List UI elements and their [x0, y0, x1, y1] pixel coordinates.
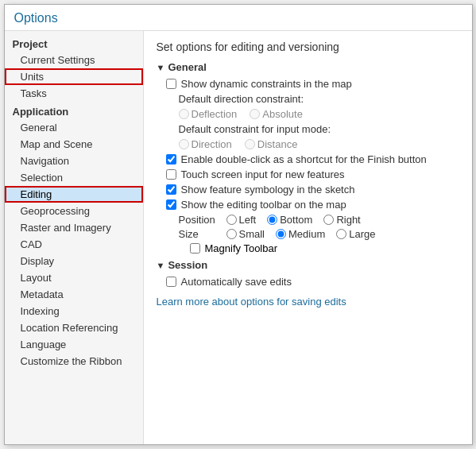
session-collapse-arrow: ▼	[157, 261, 165, 270]
general-section-label: General	[168, 61, 206, 73]
position-row: Position Left Bottom Right	[179, 214, 459, 226]
distance-option[interactable]: Distance	[245, 138, 298, 150]
position-bottom-label: Bottom	[280, 214, 312, 226]
deflection-radio[interactable]	[179, 109, 189, 119]
direction-label: Direction	[192, 138, 232, 150]
distance-radio[interactable]	[245, 139, 255, 149]
touch-screen-label: Touch screen input for new features	[181, 168, 345, 180]
sidebar-item-customize-ribbon[interactable]: Customize the Ribbon	[5, 353, 143, 370]
sidebar-section-project: Project	[5, 34, 143, 52]
magnify-toolbar-label: Magnify Toolbar	[205, 242, 278, 254]
sidebar-item-language[interactable]: Language	[5, 336, 143, 353]
default-direction-label-row: Default direction constraint:	[179, 93, 459, 105]
default-constraint-label-row: Default constraint for input mode:	[179, 123, 459, 135]
sidebar-item-map-and-scene[interactable]: Map and Scene	[5, 136, 143, 153]
show-editing-toolbar-label: Show the editing toolbar on the map	[181, 199, 346, 211]
size-row: Size Small Medium Large	[179, 228, 459, 240]
default-direction-label: Default direction constraint:	[179, 93, 304, 105]
sidebar-item-units[interactable]: Units	[5, 68, 143, 85]
show-editing-toolbar-row: Show the editing toolbar on the map	[166, 199, 459, 211]
sidebar: Project Current Settings Units Tasks App…	[5, 31, 144, 444]
position-bottom-radio[interactable]	[267, 215, 277, 225]
dialog-title: Options	[5, 5, 472, 31]
position-left-label: Left	[239, 214, 257, 226]
absolute-option[interactable]: Absolute	[250, 108, 303, 120]
sidebar-item-navigation[interactable]: Navigation	[5, 153, 143, 169]
size-label: Size	[179, 228, 226, 240]
input-mode-group: Direction Distance	[179, 138, 459, 150]
content-panel: Set options for editing and versioning ▼…	[144, 31, 472, 444]
show-editing-toolbar-checkbox[interactable]	[166, 199, 176, 210]
sidebar-item-geoprocessing[interactable]: Geoprocessing	[5, 203, 143, 219]
sidebar-item-layout[interactable]: Layout	[5, 269, 143, 286]
enable-double-click-label: Enable double-click as a shortcut for th…	[181, 153, 427, 165]
deflection-label: Deflection	[192, 108, 238, 120]
session-section-label: Session	[168, 259, 207, 271]
size-medium-label: Medium	[288, 228, 325, 240]
sidebar-item-current-settings[interactable]: Current Settings	[5, 52, 143, 68]
distance-label: Distance	[257, 138, 298, 150]
default-constraint-label: Default constraint for input mode:	[179, 123, 331, 135]
sidebar-item-display[interactable]: Display	[5, 253, 143, 269]
sidebar-section-application: Application	[5, 102, 143, 119]
auto-save-checkbox[interactable]	[166, 277, 176, 287]
show-dynamic-constraints-label: Show dynamic constraints in the map	[181, 78, 352, 90]
size-medium-radio[interactable]	[276, 229, 286, 239]
magnify-toolbar-row: Magnify Toolbar	[190, 242, 459, 254]
position-right-radio[interactable]	[323, 215, 334, 225]
touch-screen-row: Touch screen input for new features	[166, 168, 459, 180]
size-small-radio[interactable]	[226, 229, 237, 239]
sidebar-item-metadata[interactable]: Metadata	[5, 286, 143, 303]
size-large-option[interactable]: Large	[336, 228, 375, 240]
absolute-label: Absolute	[262, 108, 303, 120]
position-right-label: Right	[336, 214, 360, 226]
position-left-option[interactable]: Left	[226, 214, 257, 226]
touch-screen-checkbox[interactable]	[166, 169, 176, 180]
size-large-label: Large	[349, 228, 375, 240]
size-medium-option[interactable]: Medium	[276, 228, 325, 240]
deflection-option[interactable]: Deflection	[179, 108, 238, 120]
show-feature-symbology-label: Show feature symbology in the sketch	[181, 184, 355, 195]
general-collapse-arrow: ▼	[157, 63, 165, 72]
position-bottom-option[interactable]: Bottom	[267, 214, 312, 226]
position-label: Position	[179, 214, 226, 226]
sidebar-item-raster-imagery[interactable]: Raster and Imagery	[5, 219, 143, 236]
sidebar-item-selection[interactable]: Selection	[5, 169, 143, 186]
sidebar-item-cad[interactable]: CAD	[5, 236, 143, 253]
session-section-header[interactable]: ▼ Session	[157, 259, 459, 271]
sidebar-item-location-referencing[interactable]: Location Referencing	[5, 319, 143, 336]
learn-more-link[interactable]: Learn more about options for saving edit…	[157, 296, 346, 308]
auto-save-row: Automatically save edits	[166, 276, 459, 288]
show-dynamic-constraints-row: Show dynamic constraints in the map	[166, 78, 459, 90]
sidebar-item-general[interactable]: General	[5, 119, 143, 136]
magnify-toolbar-checkbox[interactable]	[190, 243, 200, 254]
show-dynamic-constraints-checkbox[interactable]	[166, 79, 176, 89]
enable-double-click-row: Enable double-click as a shortcut for th…	[166, 153, 459, 165]
content-title: Set options for editing and versioning	[157, 41, 459, 53]
direction-option[interactable]: Direction	[179, 138, 232, 150]
size-large-radio[interactable]	[336, 229, 346, 239]
position-left-radio[interactable]	[226, 215, 237, 225]
sidebar-item-tasks[interactable]: Tasks	[5, 85, 143, 102]
dialog-body: Project Current Settings Units Tasks App…	[5, 31, 472, 444]
direction-radio[interactable]	[179, 139, 189, 149]
options-dialog: Options Project Current Settings Units T…	[4, 4, 473, 445]
sidebar-item-editing[interactable]: Editing	[5, 186, 143, 203]
show-feature-symbology-checkbox[interactable]	[166, 184, 176, 195]
position-right-option[interactable]: Right	[323, 214, 360, 226]
general-section-header[interactable]: ▼ General	[157, 61, 459, 73]
absolute-radio[interactable]	[250, 109, 260, 119]
size-small-label: Small	[239, 228, 265, 240]
size-small-option[interactable]: Small	[226, 228, 265, 240]
enable-double-click-checkbox[interactable]	[166, 154, 176, 165]
auto-save-label: Automatically save edits	[181, 276, 292, 288]
direction-constraint-group: Deflection Absolute	[179, 108, 459, 120]
sidebar-item-indexing[interactable]: Indexing	[5, 303, 143, 319]
show-feature-symbology-row: Show feature symbology in the sketch	[166, 184, 459, 195]
